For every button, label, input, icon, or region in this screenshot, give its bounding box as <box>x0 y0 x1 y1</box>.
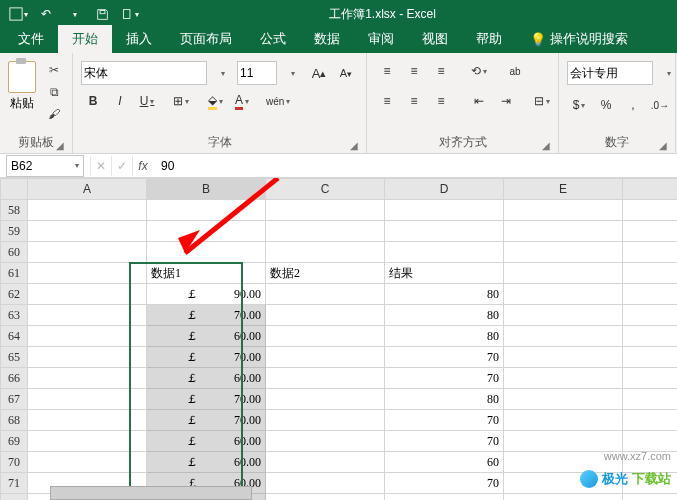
cancel-button[interactable]: ✕ <box>90 156 111 176</box>
tab-file[interactable]: 文件 <box>4 25 58 53</box>
cell[interactable] <box>266 473 385 494</box>
row-header-68[interactable]: 68 <box>1 410 28 431</box>
cell[interactable]: ￡ 70.00 <box>147 410 266 431</box>
row-header-59[interactable]: 59 <box>1 221 28 242</box>
tab-view[interactable]: 视图 <box>408 25 462 53</box>
cell[interactable] <box>504 221 623 242</box>
row-header-71[interactable]: 71 <box>1 473 28 494</box>
cell[interactable] <box>623 347 678 368</box>
cell[interactable] <box>504 494 623 501</box>
cell[interactable] <box>623 326 678 347</box>
font-name-select[interactable] <box>81 61 207 85</box>
cell[interactable] <box>28 221 147 242</box>
cell[interactable] <box>28 284 147 305</box>
col-header-B[interactable]: B <box>147 179 266 200</box>
cell[interactable] <box>504 368 623 389</box>
cell[interactable]: 70 <box>385 431 504 452</box>
col-header-D[interactable]: D <box>385 179 504 200</box>
fill-color-button[interactable]: ⬙ <box>203 91 227 111</box>
tab-help[interactable]: 帮助 <box>462 25 516 53</box>
cell[interactable] <box>266 494 385 501</box>
font-size-dropdown[interactable] <box>280 63 304 83</box>
cell[interactable] <box>385 221 504 242</box>
cell[interactable] <box>623 242 678 263</box>
cell[interactable]: ￡ 60.00 <box>147 431 266 452</box>
cell[interactable] <box>623 284 678 305</box>
cell[interactable] <box>623 389 678 410</box>
format-painter-button[interactable]: 🖌 <box>44 105 64 123</box>
col-header-E[interactable]: E <box>504 179 623 200</box>
cell[interactable]: 80 <box>385 284 504 305</box>
cell[interactable] <box>266 347 385 368</box>
increase-decimal-button[interactable]: .0→ <box>648 95 672 115</box>
shrink-font-button[interactable]: A▾ <box>334 63 358 83</box>
row-header-62[interactable]: 62 <box>1 284 28 305</box>
clipboard-dialog-launcher[interactable]: ◢ <box>56 140 64 151</box>
paste-icon[interactable] <box>8 61 36 93</box>
align-middle-button[interactable]: ≡ <box>402 61 426 81</box>
cell[interactable]: 80 <box>385 326 504 347</box>
cell[interactable] <box>266 368 385 389</box>
number-format-select[interactable] <box>567 61 653 85</box>
accounting-format-button[interactable]: $ <box>567 95 591 115</box>
cell[interactable] <box>623 410 678 431</box>
cell[interactable]: 70 <box>385 368 504 389</box>
wrap-text-button[interactable]: ab <box>503 61 527 81</box>
row-header-61[interactable]: 61 <box>1 263 28 284</box>
align-right-button[interactable]: ≡ <box>429 91 453 111</box>
font-name-dropdown[interactable] <box>210 63 234 83</box>
cell[interactable] <box>385 242 504 263</box>
cell[interactable] <box>504 284 623 305</box>
copy-button[interactable]: ⧉ <box>44 83 64 101</box>
align-center-button[interactable]: ≡ <box>402 91 426 111</box>
tab-home[interactable]: 开始 <box>58 25 112 53</box>
cell[interactable] <box>623 494 678 501</box>
font-color-button[interactable]: A <box>230 91 254 111</box>
underline-button[interactable]: U <box>135 91 159 111</box>
phonetic-button[interactable]: wén <box>264 91 292 111</box>
cell[interactable] <box>266 410 385 431</box>
cell[interactable] <box>504 305 623 326</box>
align-top-button[interactable]: ≡ <box>375 61 399 81</box>
cell[interactable]: 80 <box>385 305 504 326</box>
cell[interactable] <box>504 326 623 347</box>
row-header-69[interactable]: 69 <box>1 431 28 452</box>
cell[interactable]: ￡ 70.00 <box>147 389 266 410</box>
cell[interactable]: ￡ 60.00 <box>147 368 266 389</box>
cell[interactable] <box>28 410 147 431</box>
row-header-65[interactable]: 65 <box>1 347 28 368</box>
cell[interactable]: 60 <box>385 452 504 473</box>
cell[interactable]: ￡ 90.00 <box>147 284 266 305</box>
col-header-A[interactable]: A <box>28 179 147 200</box>
cell[interactable] <box>623 431 678 452</box>
italic-button[interactable]: I <box>108 91 132 111</box>
font-dialog-launcher[interactable]: ◢ <box>350 140 358 151</box>
row-header-66[interactable]: 66 <box>1 368 28 389</box>
tab-review[interactable]: 审阅 <box>354 25 408 53</box>
font-size-select[interactable] <box>237 61 277 85</box>
cell[interactable] <box>504 263 623 284</box>
row-header-64[interactable]: 64 <box>1 326 28 347</box>
cell[interactable] <box>28 452 147 473</box>
enter-button[interactable]: ✓ <box>111 156 132 176</box>
cell[interactable] <box>28 263 147 284</box>
cell[interactable]: 70 <box>385 410 504 431</box>
paste-button[interactable]: 粘贴 <box>10 95 34 112</box>
bold-button[interactable]: B <box>81 91 105 111</box>
cell[interactable]: 数据2 <box>266 263 385 284</box>
tab-formulas[interactable]: 公式 <box>246 25 300 53</box>
alignment-dialog-launcher[interactable]: ◢ <box>542 140 550 151</box>
tab-insert[interactable]: 插入 <box>112 25 166 53</box>
cell[interactable]: 70 <box>385 347 504 368</box>
merge-button[interactable]: ⊟ <box>530 91 554 111</box>
horizontal-scrollbar[interactable] <box>50 486 252 500</box>
cell[interactable]: ￡ 70.00 <box>147 347 266 368</box>
undo-button[interactable]: ↶ <box>34 3 58 25</box>
cell[interactable] <box>623 200 678 221</box>
formula-input[interactable]: 90 <box>153 159 677 173</box>
cell[interactable]: 48 <box>385 494 504 501</box>
cell[interactable] <box>147 221 266 242</box>
tab-data[interactable]: 数据 <box>300 25 354 53</box>
cell[interactable] <box>266 221 385 242</box>
row-header-70[interactable]: 70 <box>1 452 28 473</box>
